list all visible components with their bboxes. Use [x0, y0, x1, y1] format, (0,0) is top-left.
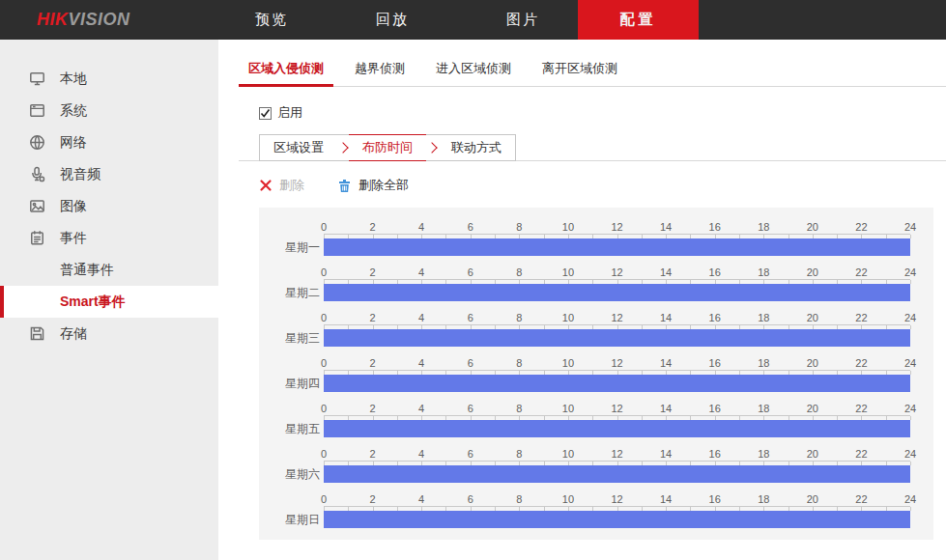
bar-track [324, 420, 910, 437]
hour-label: 18 [758, 447, 769, 461]
schedule-bar[interactable] [324, 375, 910, 392]
hour-label: 24 [904, 447, 916, 461]
hour-label: 20 [807, 402, 818, 415]
timeline-5[interactable]: 024681012141618202224 [324, 447, 910, 483]
tick-mark [910, 416, 911, 420]
schedule-bar[interactable] [324, 329, 910, 347]
hour-label: 0 [321, 447, 327, 461]
hour-label: 12 [611, 492, 622, 506]
schedule-row-1: 星期二024681012141618202224 [267, 266, 906, 301]
hour-label: 22 [855, 492, 867, 506]
hour-label: 0 [321, 492, 327, 506]
hour-label: 20 [807, 266, 818, 279]
hour-label: 2 [370, 492, 376, 506]
hour-label: 24 [904, 311, 916, 324]
timeline-6[interactable]: 024681012141618202224 [324, 492, 910, 528]
hour-label: 24 [904, 356, 916, 370]
hour-label: 14 [660, 311, 672, 324]
hour-label: 4 [418, 220, 424, 234]
hour-label: 2 [370, 402, 376, 415]
sidebar-item-2[interactable]: 网络 [0, 126, 218, 158]
day-label: 星期一 [267, 220, 320, 256]
hour-label: 20 [807, 311, 818, 324]
hour-label: 12 [611, 220, 622, 234]
hour-label: 2 [370, 220, 376, 234]
hour-label: 8 [516, 447, 522, 461]
hour-label: 10 [562, 447, 574, 461]
sidebar-item-0[interactable]: 本地 [0, 63, 218, 95]
hour-label: 2 [370, 311, 376, 324]
hour-label: 10 [562, 356, 574, 370]
schedule-bar[interactable] [324, 465, 910, 483]
sidebar-item-1[interactable]: 系统 [0, 95, 218, 126]
timeline-3[interactable]: 024681012141618202224 [324, 356, 910, 392]
schedule-bar[interactable] [324, 420, 910, 437]
topnav-item-1[interactable]: 回放 [364, 0, 420, 40]
hour-label: 14 [660, 447, 672, 461]
hour-label: 6 [468, 266, 473, 279]
hour-label: 4 [418, 356, 424, 370]
microphone-icon [29, 166, 45, 182]
hour-label: 14 [660, 492, 672, 506]
timeline-0[interactable]: 024681012141618202224 [324, 220, 910, 256]
hour-label: 12 [611, 402, 622, 415]
step-tab-2[interactable]: 联动方式 [438, 135, 515, 160]
tab-0[interactable]: 区域入侵侦测 [239, 53, 333, 87]
hour-ruler: 024681012141618202224 [324, 220, 910, 234]
hour-label: 22 [855, 220, 867, 234]
enable-checkbox[interactable] [259, 107, 272, 120]
hour-label: 8 [516, 492, 522, 506]
schedule-bar[interactable] [324, 238, 910, 256]
timeline-1[interactable]: 024681012141618202224 [324, 266, 910, 301]
step-tab-0[interactable]: 区域设置 [260, 135, 337, 160]
enable-label: 启用 [277, 104, 302, 122]
sidebar-item-label: 事件 [60, 230, 87, 247]
schedule-row-5: 星期六024681012141618202224 [267, 447, 906, 483]
sidebar-item-3[interactable]: 视音频 [0, 158, 218, 190]
schedule-bar[interactable] [324, 284, 910, 301]
delete-all-button[interactable]: 删除全部 [337, 177, 409, 194]
hour-label: 16 [709, 356, 721, 370]
hour-label: 24 [904, 266, 916, 279]
hour-label: 16 [709, 492, 721, 506]
sidebar-item-6[interactable]: 普通事件 [0, 254, 218, 286]
tab-3[interactable]: 离开区域侦测 [532, 53, 627, 86]
hour-label: 14 [660, 402, 672, 415]
monitor-icon [29, 70, 45, 87]
hour-label: 20 [807, 447, 818, 461]
hour-label: 14 [660, 356, 672, 370]
tick-mark [910, 325, 911, 329]
sidebar-item-8[interactable]: 存储 [0, 318, 218, 350]
schedule-row-2: 星期三024681012141618202224 [267, 311, 906, 347]
topnav-item-2[interactable]: 图片 [495, 0, 551, 40]
hikvision-logo: HIKVISION [37, 0, 130, 40]
hour-label: 14 [660, 266, 672, 279]
sidebar-item-5[interactable]: 事件 [0, 222, 218, 254]
tab-1[interactable]: 越界侦测 [345, 53, 415, 86]
timeline-2[interactable]: 024681012141618202224 [324, 311, 910, 347]
hour-label: 8 [516, 220, 522, 234]
hour-label: 12 [611, 266, 622, 279]
topnav-item-3[interactable]: 配置 [578, 0, 699, 40]
hour-label: 22 [855, 447, 867, 461]
sidebar-item-7[interactable]: Smart事件 [0, 286, 218, 318]
hour-label: 8 [516, 402, 522, 415]
timeline-4[interactable]: 024681012141618202224 [324, 402, 910, 437]
step-tab-1[interactable]: 布防时间 [349, 134, 426, 161]
hour-label: 8 [516, 356, 522, 370]
tab-2[interactable]: 进入区域侦测 [426, 53, 521, 86]
hour-label: 10 [562, 402, 574, 415]
sidebar-item-label: 图像 [60, 198, 87, 215]
step-chevron-icon [337, 142, 348, 153]
hour-label: 12 [611, 356, 622, 370]
schedule-row-4: 星期五024681012141618202224 [267, 402, 906, 437]
delete-button[interactable]: 删除 [259, 177, 304, 194]
hour-label: 10 [562, 311, 574, 324]
sidebar-item-4[interactable]: 图像 [0, 190, 218, 222]
hour-label: 18 [758, 356, 769, 370]
hour-label: 14 [660, 220, 672, 234]
hour-label: 20 [807, 356, 818, 370]
topnav-item-0[interactable]: 预览 [244, 0, 300, 40]
schedule-bar[interactable] [324, 511, 910, 528]
hour-label: 24 [904, 402, 916, 415]
